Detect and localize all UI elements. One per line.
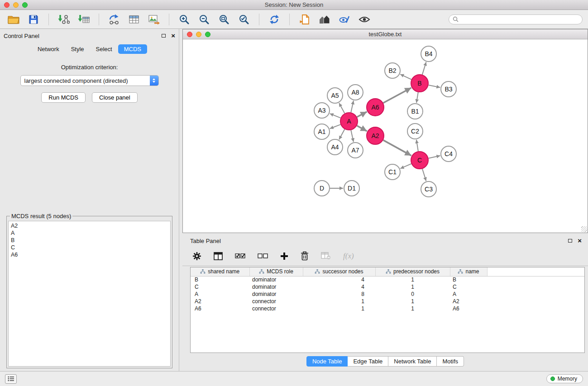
zoom-selected-icon[interactable] [236, 12, 252, 27]
graph-node-B2[interactable]: B2 [385, 63, 400, 78]
task-history-icon[interactable] [5, 374, 17, 384]
table-cell[interactable]: 4 [303, 283, 375, 291]
graph-node-C1[interactable]: C1 [385, 164, 400, 180]
network-minimize-button[interactable] [196, 32, 201, 37]
add-column-icon[interactable] [280, 252, 288, 260]
zoom-fit-icon[interactable] [216, 12, 232, 27]
resize-handle[interactable] [581, 226, 587, 232]
graph-node-A8[interactable]: A8 [348, 85, 363, 100]
export-image-icon[interactable] [146, 12, 162, 27]
tab-mcds[interactable]: MCDS [118, 44, 147, 54]
graph-edge-A-A4[interactable] [339, 129, 344, 140]
table-cell[interactable]: A6 [191, 305, 249, 312]
import-network-icon[interactable] [56, 12, 72, 27]
graph-node-A[interactable]: A [340, 113, 358, 130]
float-table-panel-icon[interactable] [568, 239, 572, 243]
search-input[interactable] [461, 16, 578, 23]
close-window-button[interactable] [4, 2, 10, 8]
table-row[interactable]: Adominator80A [191, 291, 584, 298]
apply-layout-icon[interactable] [266, 12, 282, 27]
table-cell[interactable]: 1 [375, 283, 450, 291]
graph-edge-A2-C[interactable] [383, 140, 411, 156]
table-cell[interactable]: 4 [303, 276, 375, 283]
column-header-predecessor-nodes[interactable]: predecessor nodes [375, 267, 450, 276]
table-cell[interactable]: 1 [375, 298, 450, 305]
show-hide-panels-icon[interactable] [356, 12, 373, 27]
table-cell[interactable]: 1 [303, 305, 375, 312]
mcds-result-item[interactable]: A2 [11, 222, 168, 229]
criterion-dropdown[interactable]: largest connected component (directed) [20, 75, 159, 86]
table-tab-node-table[interactable]: Node Table [306, 356, 348, 367]
column-header-name[interactable]: name [450, 267, 487, 276]
run-mcds-button[interactable]: Run MCDS [41, 92, 86, 103]
graph-node-A1[interactable]: A1 [314, 124, 330, 139]
table-cell[interactable]: dominator [249, 276, 303, 283]
table-row[interactable]: A2connector11A2 [191, 298, 584, 305]
table-settings-gear-icon[interactable] [192, 252, 201, 261]
graph-node-D[interactable]: D [314, 181, 330, 196]
table-cell[interactable]: A [191, 291, 249, 298]
graph-node-A5[interactable]: A5 [327, 88, 343, 103]
new-table-icon[interactable] [126, 12, 142, 27]
network-window-titlebar[interactable]: testGlobe.txt [183, 29, 588, 39]
graph-edge-A-A3[interactable] [330, 114, 341, 118]
graph-node-B3[interactable]: B3 [441, 81, 456, 97]
close-panel-button[interactable]: Close panel [92, 92, 138, 103]
column-header-shared-name[interactable]: shared name [191, 267, 249, 276]
show-columns-icon[interactable] [214, 252, 223, 260]
graph-node-C[interactable]: C [411, 152, 428, 169]
graph-node-B1[interactable]: B1 [407, 104, 423, 119]
mcds-result-item[interactable]: B [11, 237, 168, 244]
tab-select[interactable]: Select [90, 44, 118, 54]
table-cell[interactable]: 8 [303, 291, 375, 298]
table-tab-network-table[interactable]: Network Table [388, 356, 437, 367]
open-file-icon[interactable] [5, 12, 22, 27]
mcds-result-item[interactable]: C [11, 244, 168, 251]
table-cell[interactable]: A2 [191, 298, 249, 305]
graph-edge-A-A6[interactable] [357, 112, 367, 117]
mcds-result-list[interactable]: A2ABCA6 [8, 221, 171, 367]
graph-node-A3[interactable]: A3 [314, 103, 330, 118]
graph-node-C2[interactable]: C2 [407, 124, 423, 139]
graph-edge-C-C1[interactable] [400, 164, 411, 168]
zoom-out-icon[interactable] [196, 12, 212, 27]
deselect-all-icon[interactable] [258, 252, 268, 260]
tab-style[interactable]: Style [65, 44, 90, 54]
table-cell[interactable]: C [450, 283, 487, 291]
table-row[interactable]: A6connector11A6 [191, 305, 584, 312]
table-cell[interactable]: connector [249, 298, 303, 305]
table-tab-motifs[interactable]: Motifs [437, 356, 464, 367]
table-cell[interactable]: connector [249, 305, 303, 312]
graph-edge-B-B4[interactable] [422, 62, 426, 75]
graph-edge-A-A8[interactable] [351, 101, 354, 113]
graph-node-A7[interactable]: A7 [348, 143, 363, 158]
graph-edge-A6-B[interactable] [383, 88, 411, 103]
graph-edge-B-B1[interactable] [416, 92, 418, 103]
node-table-container[interactable]: shared nameMCDS rolesuccessor nodesprede… [190, 267, 585, 353]
import-table-icon[interactable] [76, 12, 92, 27]
graph-node-D1[interactable]: D1 [344, 181, 359, 196]
graph-node-B4[interactable]: B4 [421, 46, 436, 62]
new-network-icon[interactable] [106, 12, 122, 27]
graph-edge-B-B3[interactable] [429, 85, 440, 87]
table-row[interactable]: Cdominator41C [191, 283, 584, 291]
minimize-window-button[interactable] [13, 2, 19, 8]
graphics-details-icon[interactable] [336, 12, 353, 27]
table-tab-edge-table[interactable]: Edge Table [348, 356, 388, 367]
graph-edge-C-C4[interactable] [429, 156, 440, 158]
graph-edge-C-C2[interactable] [416, 140, 418, 151]
table-cell[interactable]: A [450, 291, 487, 298]
graph-node-A6[interactable]: A6 [367, 99, 384, 116]
close-panel-icon[interactable]: × [171, 33, 175, 38]
graph-edge-A-A7[interactable] [351, 130, 354, 142]
zoom-in-icon[interactable] [176, 12, 192, 27]
graph-node-A4[interactable]: A4 [327, 139, 343, 155]
table-cell[interactable]: 1 [375, 305, 450, 312]
close-table-panel-icon[interactable]: × [578, 238, 582, 243]
maximize-window-button[interactable] [22, 2, 28, 8]
float-panel-icon[interactable] [162, 34, 166, 38]
table-cell[interactable]: dominator [249, 291, 303, 298]
mcds-result-item[interactable]: A6 [11, 251, 168, 258]
tab-network[interactable]: Network [32, 44, 65, 54]
table-cell[interactable]: 1 [375, 276, 450, 283]
